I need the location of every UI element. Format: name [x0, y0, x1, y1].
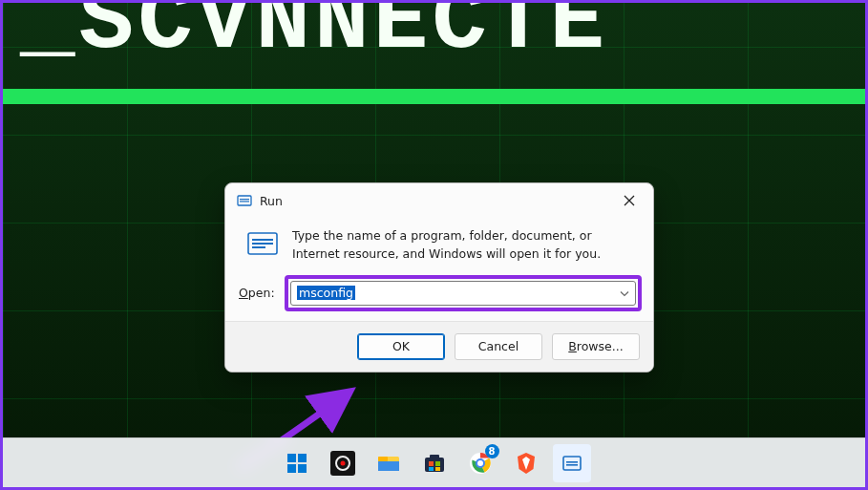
chevron-down-icon[interactable]	[620, 284, 629, 302]
start-button[interactable]	[278, 444, 316, 482]
open-label: Open:	[239, 286, 275, 300]
svg-rect-18	[430, 455, 439, 458]
open-combobox[interactable]: msconfig	[290, 281, 636, 306]
svg-rect-22	[435, 467, 440, 471]
run-footer: OK Cancel Browse...	[225, 321, 653, 372]
svg-rect-10	[298, 464, 307, 473]
svg-rect-16	[378, 461, 399, 471]
open-input-value: msconfig	[297, 286, 355, 300]
folder-icon	[376, 451, 401, 476]
run-description: Type the name of a program, folder, docu…	[292, 227, 632, 264]
svg-rect-6	[252, 246, 265, 248]
taskbar-brave[interactable]	[507, 444, 545, 482]
open-combo-highlight: msconfig	[285, 275, 642, 311]
run-title-icon	[237, 193, 252, 208]
svg-rect-1	[240, 199, 249, 200]
svg-rect-17	[425, 458, 444, 472]
svg-point-13	[340, 460, 345, 465]
svg-rect-2	[240, 201, 249, 202]
svg-rect-9	[287, 464, 296, 473]
taskbar-ms-store[interactable]	[415, 444, 454, 482]
wallpaper-big-text: _SCVNNECTE	[20, 0, 608, 75]
svg-rect-27	[566, 461, 578, 463]
brave-icon	[514, 451, 539, 476]
run-titlebar: Run	[225, 183, 653, 218]
svg-rect-7	[287, 454, 296, 462]
svg-rect-15	[378, 457, 388, 461]
chrome-badge: 8	[485, 444, 499, 458]
svg-rect-26	[563, 457, 581, 470]
close-icon	[624, 195, 635, 206]
svg-rect-0	[238, 196, 251, 205]
svg-rect-28	[566, 464, 578, 466]
cancel-button[interactable]: Cancel	[455, 333, 542, 360]
windows-icon	[286, 452, 308, 475]
taskbar-run[interactable]	[553, 444, 591, 482]
svg-rect-20	[435, 461, 440, 466]
obs-icon	[330, 451, 355, 476]
ok-button[interactable]: OK	[357, 333, 445, 360]
run-title-text: Run	[260, 194, 283, 208]
svg-point-25	[477, 460, 483, 466]
run-dialog: Run Type the name of a program, folder, …	[224, 182, 654, 373]
taskbar: 8	[3, 437, 865, 487]
wallpaper-green-stripe	[3, 89, 865, 104]
svg-rect-21	[429, 467, 434, 471]
svg-rect-8	[298, 454, 307, 462]
svg-rect-4	[252, 239, 273, 241]
svg-rect-5	[252, 243, 273, 245]
taskbar-app-obs[interactable]	[324, 444, 362, 482]
run-body-icon	[246, 227, 279, 264]
taskbar-file-explorer[interactable]	[370, 444, 408, 482]
browse-button[interactable]: Browse...	[552, 333, 640, 360]
svg-rect-19	[429, 461, 434, 466]
run-taskbar-icon	[561, 453, 582, 474]
store-icon	[422, 451, 447, 476]
close-button[interactable]	[615, 186, 644, 215]
taskbar-chrome[interactable]: 8	[461, 444, 499, 482]
